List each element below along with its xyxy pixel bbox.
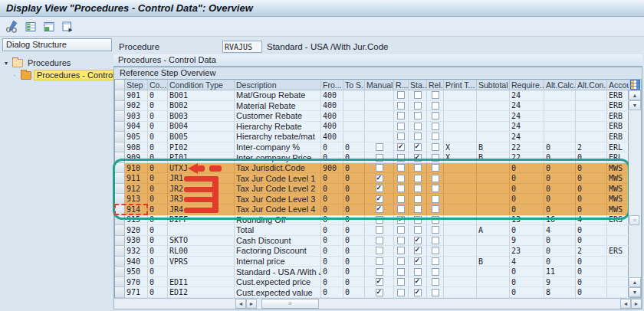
manual-checkbox[interactable]	[376, 164, 383, 172]
row-selector[interactable]	[115, 163, 125, 174]
rel-checkbox[interactable]	[432, 164, 439, 172]
column-header-rel[interactable]: Rel...	[427, 80, 444, 90]
scroll-up-button-bottom[interactable]: ▲	[629, 277, 641, 287]
vertical-scroll-thumb[interactable]: ≡	[629, 215, 639, 225]
manual-checkbox[interactable]	[376, 195, 383, 203]
row-selector[interactable]	[115, 205, 125, 215]
rel-checkbox[interactable]	[432, 216, 439, 224]
column-header-altcon[interactable]: Alt.Con...	[576, 80, 607, 90]
row-selector[interactable]	[115, 111, 125, 122]
column-header-from[interactable]: Fro...	[321, 80, 343, 90]
row-selector[interactable]	[115, 184, 125, 195]
rel-checkbox[interactable]	[432, 226, 439, 234]
column-header-account[interactable]: Accoun...	[607, 80, 629, 90]
row-selector[interactable]	[115, 194, 125, 205]
row-selector[interactable]	[115, 225, 125, 236]
display-change-button[interactable]	[4, 18, 20, 34]
column-header-print[interactable]: Print T...	[444, 80, 477, 90]
procedure-code-field[interactable]: RVAJUS	[222, 41, 262, 53]
rel-checkbox[interactable]	[432, 102, 439, 110]
rel-checkbox[interactable]	[432, 123, 439, 130]
r-checkbox[interactable]	[397, 195, 405, 203]
row-selector[interactable]	[115, 246, 125, 257]
rel-checkbox[interactable]	[432, 268, 439, 276]
rel-checkbox[interactable]	[432, 185, 439, 192]
column-header-ctyp[interactable]: Condition Type	[168, 80, 235, 90]
table-settings-button[interactable]	[629, 80, 641, 90]
rel-checkbox[interactable]	[432, 278, 439, 286]
r-checkbox[interactable]	[397, 143, 405, 151]
sta-checkbox[interactable]	[414, 289, 422, 296]
scroll-right-button-right[interactable]: ►	[631, 299, 642, 309]
rel-checkbox[interactable]	[432, 205, 439, 213]
row-selector[interactable]	[115, 122, 125, 133]
rel-checkbox[interactable]	[432, 289, 439, 296]
rel-checkbox[interactable]	[432, 143, 439, 151]
horizontal-scrollbar[interactable]: ◄ ► ≡ ◄ ►	[114, 298, 642, 309]
r-checkbox[interactable]	[397, 91, 405, 99]
r-checkbox[interactable]	[397, 205, 405, 213]
scroll-down-button-bottom[interactable]: ▼	[629, 287, 641, 297]
sta-checkbox[interactable]	[414, 91, 422, 99]
row-selector[interactable]	[115, 132, 125, 142]
select-all-corner[interactable]	[115, 80, 125, 90]
r-checkbox[interactable]	[397, 133, 405, 140]
manual-checkbox[interactable]	[376, 278, 383, 286]
sta-checkbox[interactable]	[414, 175, 422, 182]
r-checkbox[interactable]	[397, 112, 405, 119]
sta-checkbox[interactable]	[414, 123, 422, 130]
sta-checkbox[interactable]	[414, 195, 422, 203]
r-checkbox[interactable]	[397, 237, 405, 244]
sta-checkbox[interactable]	[414, 133, 422, 140]
horizontal-scroll-thumb[interactable]: ≡	[261, 299, 319, 309]
sta-checkbox[interactable]	[414, 268, 422, 276]
r-checkbox[interactable]	[397, 123, 405, 130]
column-header-sta[interactable]: Sta...	[409, 80, 427, 90]
sta-checkbox[interactable]	[414, 226, 422, 234]
r-checkbox[interactable]	[397, 268, 405, 276]
sta-checkbox[interactable]	[414, 257, 422, 265]
manual-checkbox[interactable]	[376, 205, 383, 213]
rel-checkbox[interactable]	[432, 237, 439, 244]
r-checkbox[interactable]	[397, 185, 405, 192]
column-header-desc[interactable]: Description	[235, 80, 321, 90]
sta-checkbox[interactable]	[414, 185, 422, 192]
tree-item-procedures[interactable]: ▾Procedures	[2, 57, 112, 69]
column-header-co[interactable]: Co...	[148, 80, 168, 90]
manual-checkbox[interactable]	[376, 257, 383, 265]
r-checkbox[interactable]	[397, 216, 405, 224]
row-selector[interactable]	[115, 215, 125, 226]
row-selector[interactable]	[115, 90, 125, 101]
column-header-r[interactable]: R...	[394, 80, 409, 90]
sta-checkbox[interactable]	[414, 102, 422, 110]
manual-checkbox[interactable]	[376, 175, 383, 182]
row-selector[interactable]	[115, 173, 125, 184]
row-selector[interactable]	[115, 287, 125, 298]
sta-checkbox[interactable]	[414, 278, 422, 286]
scroll-down-button[interactable]: ▼	[629, 100, 641, 110]
sta-checkbox[interactable]	[414, 237, 422, 244]
scroll-left-button-right[interactable]: ◄	[620, 299, 631, 309]
r-checkbox[interactable]	[397, 289, 405, 296]
rel-checkbox[interactable]	[432, 133, 439, 140]
r-checkbox[interactable]	[397, 175, 405, 182]
scroll-right-button[interactable]: ►	[246, 299, 257, 309]
vertical-scroll-track[interactable]: ≡	[629, 110, 641, 277]
table-new-entry-button[interactable]	[41, 18, 57, 34]
rel-checkbox[interactable]	[432, 91, 439, 99]
r-checkbox[interactable]	[397, 257, 405, 265]
manual-checkbox[interactable]	[376, 226, 383, 234]
r-checkbox[interactable]	[397, 226, 405, 234]
r-checkbox[interactable]	[397, 154, 405, 162]
vertical-scrollbar[interactable]: ▲ ▼ ≡ ▲ ▼	[629, 79, 642, 298]
rel-checkbox[interactable]	[432, 195, 439, 203]
row-selector[interactable]	[115, 142, 125, 153]
rel-checkbox[interactable]	[432, 247, 439, 254]
row-selector[interactable]	[115, 101, 125, 112]
column-header-require[interactable]: Require...	[510, 80, 544, 90]
sta-checkbox[interactable]	[414, 247, 422, 254]
tree-item-procedures-control-data[interactable]: ·Procedures - Control Data	[11, 69, 112, 81]
column-header-altcalc[interactable]: Alt.Calc...	[544, 80, 576, 90]
manual-checkbox[interactable]	[376, 237, 383, 244]
row-selector[interactable]	[115, 267, 125, 277]
